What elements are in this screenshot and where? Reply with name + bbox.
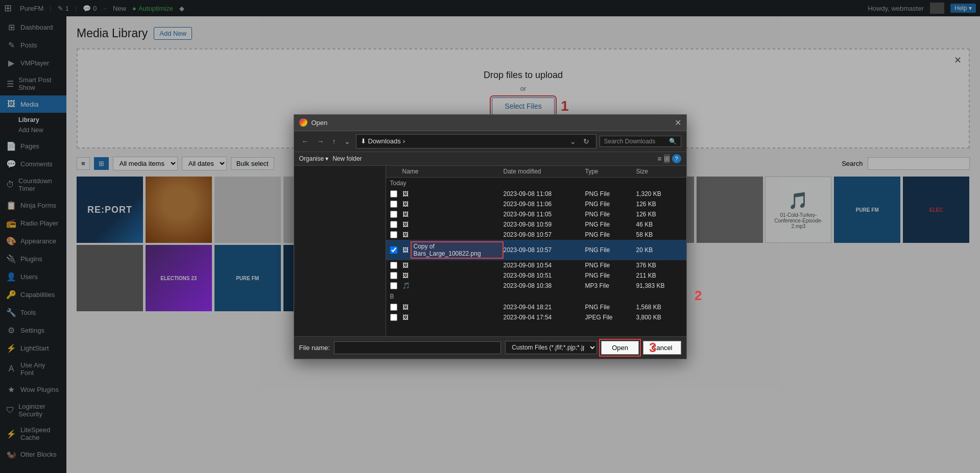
file-icon-sm: 🖼 [402,211,409,218]
open-button[interactable]: Open [601,341,639,355]
file-icon-sm: 🖼 [402,304,409,311]
file-row[interactable]: 🖼 2023-09-08 11:06 PNG File 126 KB [386,199,686,209]
nav-up-button[interactable]: ↑ [330,136,339,146]
file-checkbox[interactable] [390,201,397,208]
path-dropdown[interactable]: ⌄ [567,136,579,146]
filename-input[interactable] [334,341,501,354]
file-checkbox[interactable] [390,304,397,311]
file-checkbox[interactable] [390,190,397,197]
search-downloads-label: Search Downloads [604,138,656,145]
file-icon-sm-selected: 🖼 [402,246,409,254]
dialog-body: Name Date modified Type Size Today [294,166,686,336]
file-row[interactable]: 🖼 2023-09-08 11:08 PNG File 1,320 KB [386,189,686,199]
selected-filename: Copy of Bars_Large_100822.png [411,241,504,259]
filetype-select[interactable]: Custom Files (*.jfif;*.pjp;*.jpg;*. [505,341,597,354]
new-folder-button[interactable]: New folder [332,155,362,162]
filename-label: File name: [299,344,330,352]
file-name-cell: 🖼 [402,211,504,218]
help-icon[interactable]: ? [672,154,681,163]
view-options: ≡ ⊞ ? [657,154,681,163]
file-name-cell: 🖼 [402,231,504,238]
path-label: Downloads [368,137,401,145]
dialog-titlebar: Open ✕ [294,115,686,131]
file-name-cell: 🖼 [402,314,504,321]
dialog-footer: File name: Custom Files (*.jfif;*.pjp;*.… [294,336,686,359]
file-name-cell: 🖼 [402,201,504,208]
file-row[interactable]: 🖼 2023-09-08 11:05 PNG File 126 KB [386,209,686,219]
file-row[interactable]: 🖼 2023-09-04 17:54 JPEG File 3,800 KB [386,312,686,322]
nav-forward-button[interactable]: → [315,136,327,146]
step-2-label: 2 [695,288,702,304]
file-icon-sm: 🖼 [402,190,409,197]
dialog-main: Name Date modified Type Size Today [386,166,686,336]
file-checkbox[interactable] [390,211,397,218]
file-list: Name Date modified Type Size Today [386,166,686,336]
open-file-dialog: Open ✕ ← → ↑ ⌄ ⬇ Downloads › ⌄ ↻ Search … [294,114,687,359]
dialog-nav: ← → ↑ ⌄ ⬇ Downloads › ⌄ ↻ Search Downloa… [294,131,686,152]
file-icon-sm: 🎵 [402,282,410,289]
file-row[interactable]: 🎵 2023-09-08 10:38 MP3 File 91,383 KB [386,281,686,291]
file-name-cell: 🖼 [402,304,504,311]
file-name-cell: 🖼 [402,272,504,279]
file-checkbox[interactable] [390,272,397,279]
col-type[interactable]: Type [585,168,636,175]
file-icon-sm: 🖼 [402,272,409,279]
file-row[interactable]: 🖼 2023-09-04 18:21 PNG File 1,568 KB [386,302,686,312]
file-row[interactable]: 🖼 2023-09-08 10:57 PNG File 58 KB [386,230,686,240]
dialog-overlay: 2 Open ✕ ← → ↑ ⌄ ⬇ Downloads › [0,0,980,473]
list-view-button[interactable]: ≡ [657,154,661,163]
chrome-icon [299,118,307,127]
col-name[interactable]: Name [402,168,504,175]
grid-view-button[interactable]: ⊞ [664,154,670,163]
file-row[interactable]: 🖼 2023-09-08 10:54 PNG File 376 KB [386,260,686,270]
file-checkbox[interactable] [390,221,397,228]
file-name-cell: 🖼 [402,221,504,228]
search-downloads[interactable]: Search Downloads 🔍 [600,136,681,147]
file-name-cell: 🖼 [402,190,504,197]
file-icon-sm: 🖼 [402,231,409,238]
file-icon-sm: 🖼 [402,221,409,228]
file-name-cell: 🎵 [402,282,504,289]
path-bar[interactable]: ⬇ Downloads › ⌄ ↻ [356,134,596,148]
file-icon-sm: 🖼 [402,262,409,269]
col-date[interactable]: Date modified [504,168,585,175]
file-group-today: Today [386,178,686,189]
file-group-b: B [386,291,686,302]
search-downloads-icon: 🔍 [669,138,677,145]
step-3-label: 3 [649,340,656,356]
col-size[interactable]: Size [636,168,677,175]
file-icon-sm: 🖼 [402,314,409,321]
file-row[interactable]: 🖼 2023-09-08 10:59 PNG File 46 KB [386,219,686,230]
dialog-container: 2 Open ✕ ← → ↑ ⌄ ⬇ Downloads › [294,114,687,359]
file-icon-sm: 🖼 [402,201,409,208]
dialog-toolbar: Organise ▾ New folder ≡ ⊞ ? [294,152,686,166]
nav-back-button[interactable]: ← [299,136,312,146]
file-checkbox[interactable] [390,246,397,254]
file-row[interactable]: 🖼 2023-09-08 10:51 PNG File 211 KB [386,270,686,281]
file-checkbox[interactable] [390,314,397,321]
file-checkbox[interactable] [390,231,397,238]
file-checkbox[interactable] [390,262,397,269]
dialog-sidebar [294,166,386,336]
file-list-header: Name Date modified Type Size [386,166,686,178]
refresh-button[interactable]: ↻ [581,136,592,146]
file-checkbox[interactable] [390,282,397,289]
file-name-cell: 🖼 [402,262,504,269]
dialog-title-label: Open [312,119,328,127]
nav-recent-button[interactable]: ⌄ [342,136,353,146]
file-name-cell-selected: 🖼 Copy of Bars_Large_100822.png [402,241,504,259]
dialog-close-button[interactable]: ✕ [675,118,681,128]
organise-button[interactable]: Organise ▾ [299,155,329,162]
file-row-selected[interactable]: 🖼 Copy of Bars_Large_100822.png 2023-09-… [386,240,686,260]
